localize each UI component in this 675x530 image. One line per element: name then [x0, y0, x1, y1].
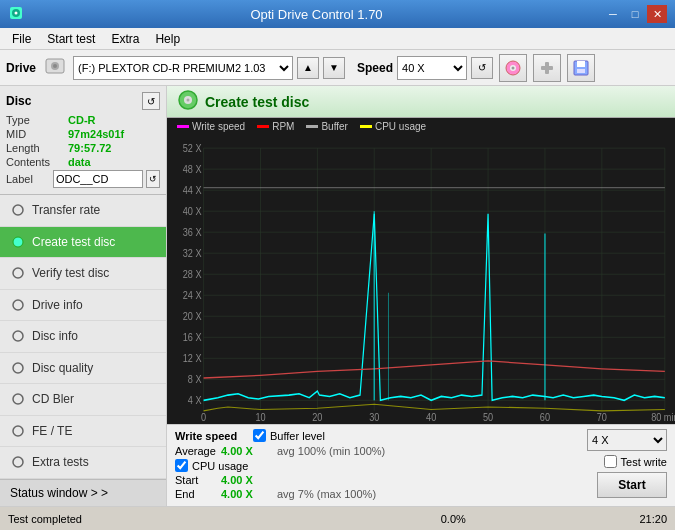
menu-bar: File Start test Extra Help	[0, 28, 675, 50]
nav-extra-tests-label: Extra tests	[32, 455, 89, 469]
verify-test-disc-icon	[10, 265, 26, 281]
fe-te-icon	[10, 423, 26, 439]
svg-text:40 X: 40 X	[183, 204, 202, 217]
disc-type-val: CD-R	[68, 114, 96, 126]
toolbar: Drive (F:) PLEXTOR CD-R PREMIUM2 1.03 ▲ …	[0, 50, 675, 86]
disc-label-refresh-button[interactable]: ↺	[146, 170, 160, 188]
save-icon-button[interactable]	[567, 54, 595, 82]
svg-text:16 X: 16 X	[183, 330, 202, 343]
bottom-controls: Write speed Buffer level Average 4.00 X …	[167, 424, 675, 506]
svg-text:80 min: 80 min	[651, 410, 675, 423]
nav-transfer-rate[interactable]: Transfer rate	[0, 195, 166, 227]
transfer-rate-icon	[10, 202, 26, 218]
extra-tests-icon	[10, 454, 26, 470]
test-write-checkbox[interactable]	[604, 455, 617, 468]
disc-length-val: 79:57.72	[68, 142, 111, 154]
disc-contents-key: Contents	[6, 156, 68, 168]
legend-rpm-label: RPM	[272, 121, 294, 132]
nav-create-test-disc[interactable]: Create test disc	[0, 227, 166, 259]
nav-verify-test-disc[interactable]: Verify test disc	[0, 258, 166, 290]
nav-drive-info[interactable]: Drive info	[0, 290, 166, 322]
status-time: 21:20	[607, 513, 667, 525]
nav-fe-te-label: FE / TE	[32, 424, 72, 438]
svg-point-17	[13, 300, 23, 310]
avg-note: avg 100% (min 100%)	[277, 445, 385, 457]
main-area: Disc ↺ TypeCD-R MID97m24s01f Length79:57…	[0, 86, 675, 506]
nav-extra-tests[interactable]: Extra tests	[0, 447, 166, 479]
nav-cd-bler-label: CD Bler	[32, 392, 74, 406]
avg-label: Average	[175, 445, 215, 457]
svg-text:8 X: 8 X	[188, 372, 202, 385]
nav-cd-bler[interactable]: CD Bler	[0, 384, 166, 416]
svg-text:28 X: 28 X	[183, 267, 202, 280]
nav-transfer-rate-label: Transfer rate	[32, 203, 100, 217]
menu-start-test[interactable]: Start test	[39, 30, 103, 48]
nav-create-test-disc-label: Create test disc	[32, 235, 115, 249]
svg-point-19	[13, 363, 23, 373]
cpu-usage-checkbox[interactable]	[175, 459, 188, 472]
svg-text:36 X: 36 X	[183, 225, 202, 238]
svg-point-5	[53, 64, 57, 68]
minimize-button[interactable]: ─	[603, 5, 623, 23]
disc-refresh-button[interactable]: ↺	[142, 92, 160, 110]
svg-text:30: 30	[369, 410, 379, 423]
status-text: Test completed	[8, 513, 300, 525]
nav-fe-te[interactable]: FE / TE	[0, 416, 166, 448]
start-button[interactable]: Start	[597, 472, 667, 498]
disc-type-key: Type	[6, 114, 68, 126]
create-test-disc-icon	[10, 234, 26, 250]
buffer-level-checkbox[interactable]	[253, 429, 266, 442]
disc-label-input[interactable]	[53, 170, 143, 188]
nav-drive-info-label: Drive info	[32, 298, 83, 312]
svg-point-8	[512, 66, 515, 69]
maximize-button[interactable]: □	[625, 5, 645, 23]
chart-legend: Write speed RPM Buffer CPU usage	[167, 118, 675, 135]
status-window-label: Status window > >	[10, 486, 108, 500]
legend-cpu-label: CPU usage	[375, 121, 426, 132]
legend-write-speed: Write speed	[177, 121, 245, 132]
nav-disc-quality[interactable]: Disc quality	[0, 353, 166, 385]
tools-icon-button[interactable]	[533, 54, 561, 82]
svg-point-2	[15, 11, 18, 14]
cpu-usage-checkbox-label: CPU usage	[175, 459, 248, 472]
legend-cpu: CPU usage	[360, 121, 426, 132]
chart-disc-icon	[177, 89, 199, 114]
nav-disc-info[interactable]: Disc info	[0, 321, 166, 353]
svg-text:60: 60	[540, 410, 550, 423]
status-bar: Test completed 0.0% 21:20	[0, 506, 675, 530]
svg-text:20: 20	[312, 410, 322, 423]
svg-point-16	[13, 268, 23, 278]
disc-contents-val: data	[68, 156, 91, 168]
cd-bler-icon	[10, 391, 26, 407]
menu-extra[interactable]: Extra	[103, 30, 147, 48]
start-value: 4.00 X	[221, 474, 271, 486]
menu-help[interactable]: Help	[147, 30, 188, 48]
buffer-level-checkbox-label: Buffer level	[253, 429, 325, 442]
end-label: End	[175, 488, 215, 500]
svg-text:4 X: 4 X	[188, 393, 202, 406]
drive-select[interactable]: (F:) PLEXTOR CD-R PREMIUM2 1.03	[73, 56, 293, 80]
menu-file[interactable]: File	[4, 30, 39, 48]
svg-text:0: 0	[201, 410, 206, 423]
speed-refresh-button[interactable]: ↺	[471, 57, 493, 79]
chart-title: Create test disc	[205, 94, 309, 110]
end-value: 4.00 X	[221, 488, 271, 500]
disc-quality-icon	[10, 360, 26, 376]
drive-info-icon	[10, 297, 26, 313]
svg-text:52 X: 52 X	[183, 141, 202, 154]
drive-arrow-down[interactable]: ▼	[323, 57, 345, 79]
speed-select[interactable]: 40 X	[397, 56, 467, 80]
sidebar: Disc ↺ TypeCD-R MID97m24s01f Length79:57…	[0, 86, 167, 506]
drive-label: Drive	[6, 61, 36, 75]
drive-arrow-up[interactable]: ▲	[297, 57, 319, 79]
window-title: Opti Drive Control 1.70	[30, 7, 603, 22]
write-speed-dropdown[interactable]: 4 X	[587, 429, 667, 451]
close-button[interactable]: ✕	[647, 5, 667, 23]
speed-label: Speed	[357, 61, 393, 75]
legend-rpm: RPM	[257, 121, 294, 132]
chart-area: 52 X 48 X 44 X 40 X 36 X 32 X 28 X 24 X …	[167, 135, 675, 424]
svg-point-18	[13, 331, 23, 341]
status-window-button[interactable]: Status window > >	[0, 479, 166, 507]
disc-icon-button[interactable]	[499, 54, 527, 82]
nav-verify-test-disc-label: Verify test disc	[32, 266, 109, 280]
